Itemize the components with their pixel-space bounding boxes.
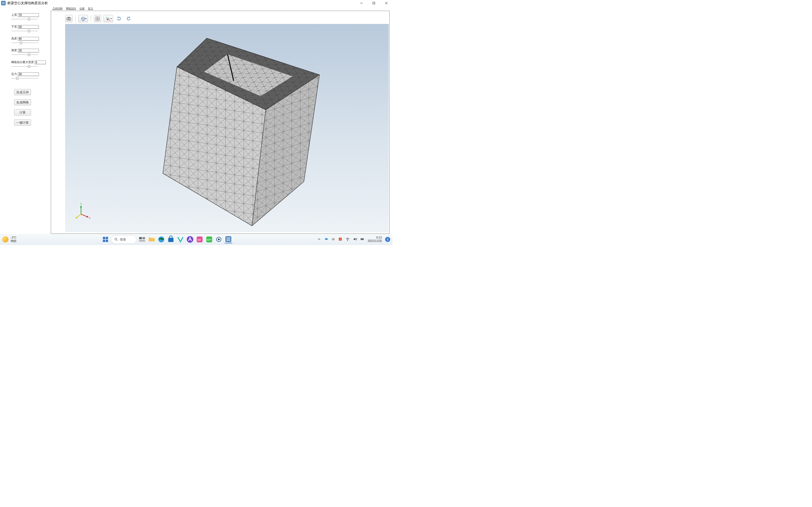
svg-rect-22	[142, 237, 145, 239]
weather-temp: -3°C	[11, 236, 16, 239]
lower-width-slider[interactable]	[11, 29, 38, 33]
task-view-icon[interactable]	[138, 235, 146, 243]
title-bar: 桥梁空心支撑结构受压分析	[0, 0, 393, 6]
close-button[interactable]	[380, 0, 393, 6]
screenshot-button[interactable]	[65, 15, 72, 22]
svg-point-33	[218, 238, 220, 240]
svg-rect-4	[96, 17, 99, 20]
weather-icon[interactable]	[2, 236, 8, 242]
tab-geometry[interactable]: 几何结构	[52, 7, 63, 11]
svg-rect-21	[139, 237, 142, 239]
svg-rect-40	[361, 239, 363, 239]
svg-text:z: z	[80, 202, 82, 205]
height-input[interactable]	[18, 37, 39, 41]
svg-text:x: x	[89, 216, 90, 219]
volume-icon[interactable]	[353, 237, 357, 242]
svg-point-3	[68, 18, 69, 19]
svg-rect-1	[373, 2, 375, 4]
thickness-slider[interactable]	[11, 53, 38, 56]
upper-width-input[interactable]	[18, 13, 39, 17]
rotate-ccw-button[interactable]	[115, 15, 123, 22]
thickness-label: 厚度	[11, 48, 17, 52]
clock[interactable]: 9:13 2022/11/26	[368, 236, 382, 243]
edge-icon[interactable]	[157, 235, 165, 243]
start-button[interactable]	[101, 235, 109, 243]
notification-badge[interactable]: 8	[385, 237, 390, 242]
view-tabs: 几何结构 网格划分 位移 应力	[51, 6, 390, 11]
thickness-input[interactable]	[18, 49, 39, 52]
svg-rect-17	[105, 237, 108, 239]
sogou-ime-icon[interactable]: S	[338, 237, 342, 242]
svg-marker-9	[80, 206, 82, 207]
one-click-compute-button[interactable]: 一键计算	[14, 119, 31, 126]
pressure-label: 压力	[11, 72, 17, 76]
lower-width-label: 下宽	[11, 25, 17, 29]
svg-rect-39	[364, 239, 364, 239]
app-icon-pink[interactable]: lol	[196, 235, 204, 243]
tab-displacement[interactable]: 位移	[80, 7, 85, 11]
maximize-button[interactable]	[368, 0, 380, 6]
lower-width-input[interactable]	[18, 25, 39, 29]
svg-rect-19	[105, 240, 108, 242]
tab-stress[interactable]: 应力	[88, 7, 93, 11]
mesh-max-input[interactable]	[35, 61, 46, 64]
mesh-max-slider[interactable]	[11, 65, 38, 68]
upper-width-slider[interactable]	[11, 17, 38, 21]
view-toolbar: zxy	[65, 14, 132, 23]
svg-text:iQIYI: iQIYI	[206, 238, 211, 241]
pressure-input[interactable]	[18, 72, 39, 76]
app-icon-swirl[interactable]	[215, 235, 223, 243]
pressure-slider[interactable]	[11, 76, 38, 80]
iqiyi-icon[interactable]: iQIYI	[205, 235, 213, 243]
window-title: 桥梁空心支撑结构受压分析	[7, 1, 48, 6]
svg-text:y: y	[109, 17, 110, 18]
file-explorer-icon[interactable]	[148, 235, 156, 243]
tray-chevron-icon[interactable]	[317, 237, 321, 242]
search-placeholder: 搜索	[120, 237, 126, 242]
view-cube-button[interactable]	[79, 15, 88, 22]
height-label: 高度	[11, 37, 17, 41]
parameter-panel: 上宽 下宽 高度 厚度	[0, 6, 51, 234]
app-icon	[1, 1, 6, 5]
svg-text:lol: lol	[198, 238, 201, 241]
minimize-button[interactable]	[355, 0, 368, 6]
viewport-3d[interactable]: z x	[65, 24, 389, 232]
svg-rect-23	[139, 240, 145, 242]
svg-text:S: S	[340, 238, 341, 240]
upper-width-label: 上宽	[11, 13, 17, 17]
onedrive-icon[interactable]	[324, 237, 328, 242]
generate-mesh-button[interactable]: 生成网格	[14, 99, 31, 105]
weather-desc: 晴朗	[11, 239, 16, 243]
rotate-cw-button[interactable]	[125, 15, 132, 22]
battery-icon[interactable]	[360, 237, 364, 242]
svg-rect-16	[103, 237, 105, 239]
axis-orientation-button[interactable]: zxy	[103, 15, 113, 22]
tab-mesh[interactable]: 网格划分	[66, 7, 76, 11]
svg-point-20	[115, 238, 117, 240]
compute-button[interactable]: 计算	[14, 109, 31, 115]
clock-time: 9:13	[368, 236, 382, 239]
wifi-icon[interactable]	[346, 237, 350, 242]
ime-indicator[interactable]: 中	[332, 237, 335, 242]
taskbar-search[interactable]: 搜索	[111, 235, 137, 244]
axis-triad-icon: z x	[75, 202, 91, 219]
store-icon[interactable]	[167, 235, 175, 243]
weather-widget[interactable]: -3°C 晴朗	[11, 236, 16, 243]
svg-rect-18	[103, 240, 105, 242]
fit-view-button[interactable]	[94, 15, 101, 22]
mesh-max-label: 网格划分最大宽度	[11, 60, 34, 64]
generate-geometry-button[interactable]: 生成几何	[14, 89, 31, 95]
current-app-icon[interactable]	[224, 235, 232, 243]
app-icon-v[interactable]	[176, 235, 185, 243]
app-icon-a[interactable]	[186, 235, 194, 243]
view-frame: zxy	[51, 11, 390, 234]
taskbar: -3°C 晴朗 搜索 lol iQIYI 中 S 9:13 2022/11	[0, 234, 393, 245]
height-slider[interactable]	[11, 41, 38, 45]
svg-rect-25	[168, 238, 173, 242]
clock-date: 2022/11/26	[368, 239, 382, 243]
svg-text:x: x	[110, 19, 110, 21]
